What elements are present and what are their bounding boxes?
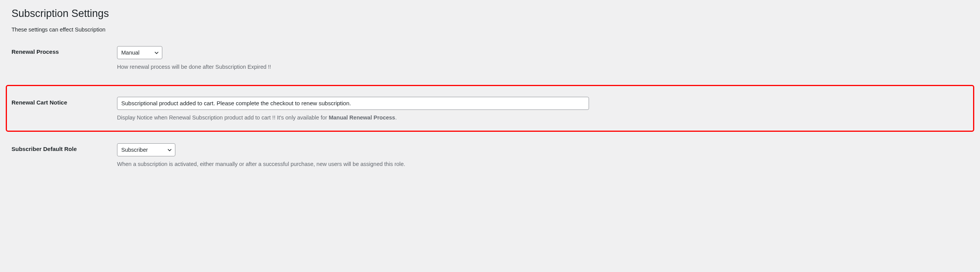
page-title: Subscription Settings bbox=[12, 8, 968, 20]
renewal-cart-notice-row: Renewal Cart Notice Display Notice when … bbox=[6, 85, 974, 132]
subscriber-default-role-description: When a subscription is activated, either… bbox=[117, 160, 968, 169]
renewal-process-select-wrapper: Manual bbox=[117, 46, 162, 59]
renewal-process-control-wrap: Manual How renewal process will be done … bbox=[117, 46, 968, 71]
renewal-cart-notice-description: Display Notice when Renewal Subscription… bbox=[117, 114, 968, 122]
subscriber-default-role-control-wrap: Subscriber When a subscription is activa… bbox=[117, 143, 968, 169]
subscriber-default-role-select[interactable]: Subscriber bbox=[117, 143, 175, 156]
description-suffix: . bbox=[395, 114, 397, 121]
renewal-process-row: Renewal Process Manual How renewal proce… bbox=[12, 46, 968, 71]
renewal-process-select[interactable]: Manual bbox=[117, 46, 162, 59]
renewal-cart-notice-input[interactable] bbox=[117, 97, 589, 110]
page-subtitle: These settings can effect Subscription bbox=[12, 27, 968, 33]
renewal-cart-notice-label: Renewal Cart Notice bbox=[12, 97, 117, 106]
description-prefix: Display Notice when Renewal Subscription… bbox=[117, 114, 329, 121]
renewal-cart-notice-control-wrap: Display Notice when Renewal Subscription… bbox=[117, 97, 968, 122]
subscriber-default-role-row: Subscriber Default Role Subscriber When … bbox=[12, 143, 968, 169]
renewal-process-description: How renewal process will be done after S… bbox=[117, 63, 968, 71]
subscriber-default-role-label: Subscriber Default Role bbox=[12, 143, 117, 152]
description-bold: Manual Renewal Process bbox=[329, 114, 395, 121]
subscriber-default-role-select-wrapper: Subscriber bbox=[117, 143, 175, 156]
renewal-process-label: Renewal Process bbox=[12, 46, 117, 55]
